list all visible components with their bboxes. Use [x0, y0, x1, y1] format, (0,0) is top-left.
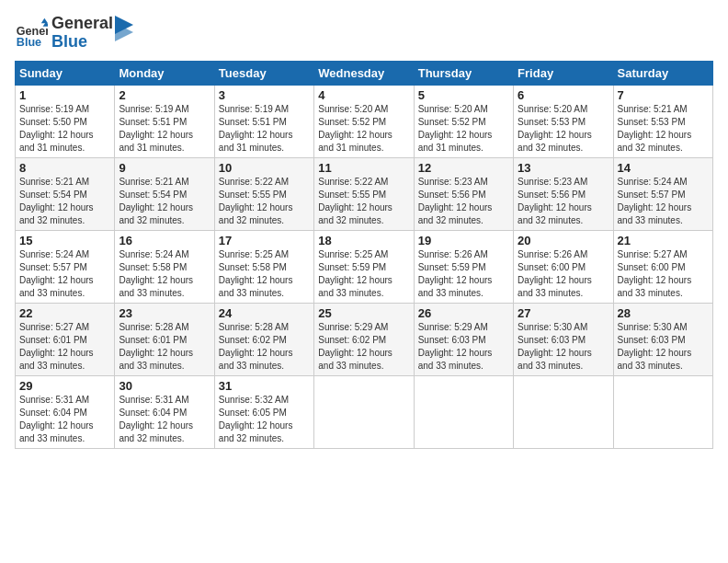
sunset-text: Sunset: 6:04 PM	[19, 408, 87, 418]
day-info: Sunrise: 5:30 AMSunset: 6:03 PMDaylight:…	[518, 321, 609, 373]
day-number: 24	[219, 306, 310, 320]
daylight-extra: and 33 minutes.	[19, 433, 85, 443]
daylight-text: Daylight: 12 hours	[518, 348, 592, 358]
day-info: Sunrise: 5:30 AMSunset: 6:03 PMDaylight:…	[618, 321, 709, 373]
day-number: 1	[19, 88, 110, 102]
daylight-extra: and 33 minutes.	[19, 361, 85, 371]
calendar-cell: 27Sunrise: 5:30 AMSunset: 6:03 PMDayligh…	[514, 303, 613, 375]
day-info: Sunrise: 5:19 AMSunset: 5:50 PMDaylight:…	[19, 103, 110, 155]
sunrise-text: Sunrise: 5:21 AM	[618, 104, 688, 114]
daylight-extra: and 33 minutes.	[219, 361, 284, 371]
sunrise-text: Sunrise: 5:24 AM	[618, 177, 688, 187]
calendar-cell: 5Sunrise: 5:20 AMSunset: 5:52 PMDaylight…	[414, 85, 513, 157]
sunset-text: Sunset: 5:54 PM	[119, 190, 187, 200]
daylight-text: Daylight: 12 hours	[119, 420, 193, 431]
day-info: Sunrise: 5:31 AMSunset: 6:04 PMDaylight:…	[119, 394, 210, 445]
day-number: 16	[119, 234, 210, 247]
day-info: Sunrise: 5:26 AMSunset: 6:00 PMDaylight:…	[518, 248, 609, 300]
day-header-saturday: Saturday	[613, 61, 712, 85]
daylight-text: Daylight: 12 hours	[318, 275, 392, 285]
day-number: 17	[219, 234, 310, 247]
sunset-text: Sunset: 5:52 PM	[318, 117, 386, 127]
daylight-text: Daylight: 12 hours	[618, 275, 692, 285]
day-info: Sunrise: 5:29 AMSunset: 6:03 PMDaylight:…	[418, 321, 509, 373]
calendar-cell: 16Sunrise: 5:24 AMSunset: 5:58 PMDayligh…	[115, 230, 214, 303]
sunset-text: Sunset: 5:55 PM	[219, 190, 287, 200]
daylight-extra: and 33 minutes.	[19, 288, 85, 298]
calendar-cell: 18Sunrise: 5:25 AMSunset: 5:59 PMDayligh…	[314, 230, 414, 303]
sunrise-text: Sunrise: 5:19 AM	[119, 104, 188, 114]
daylight-extra: and 32 minutes.	[318, 215, 383, 225]
day-number: 20	[518, 234, 609, 247]
sunset-text: Sunset: 6:04 PM	[119, 408, 187, 418]
day-number: 26	[418, 306, 509, 320]
calendar-body: 1Sunrise: 5:19 AMSunset: 5:50 PMDaylight…	[16, 85, 713, 448]
calendar-week-row: 22Sunrise: 5:27 AMSunset: 6:01 PMDayligh…	[16, 303, 713, 375]
day-info: Sunrise: 5:24 AMSunset: 5:57 PMDaylight:…	[19, 248, 110, 300]
day-number: 21	[618, 234, 709, 247]
daylight-extra: and 31 minutes.	[318, 143, 383, 153]
sunrise-text: Sunrise: 5:20 AM	[318, 104, 388, 114]
calendar-cell: 10Sunrise: 5:22 AMSunset: 5:55 PMDayligh…	[214, 157, 313, 230]
daylight-text: Daylight: 12 hours	[19, 275, 94, 285]
calendar-cell: 14Sunrise: 5:24 AMSunset: 5:57 PMDayligh…	[613, 157, 712, 230]
calendar-cell: 3Sunrise: 5:19 AMSunset: 5:51 PMDaylight…	[214, 85, 313, 157]
daylight-text: Daylight: 12 hours	[219, 348, 293, 358]
daylight-text: Daylight: 12 hours	[318, 202, 392, 213]
header: General Blue General Blue	[15, 15, 713, 52]
sunset-text: Sunset: 6:03 PM	[518, 335, 586, 345]
sunrise-text: Sunrise: 5:20 AM	[518, 104, 587, 114]
sunrise-text: Sunrise: 5:26 AM	[418, 249, 488, 259]
sunrise-text: Sunrise: 5:32 AM	[219, 395, 289, 405]
daylight-text: Daylight: 12 hours	[418, 348, 493, 358]
day-info: Sunrise: 5:24 AMSunset: 5:57 PMDaylight:…	[618, 176, 709, 227]
sunset-text: Sunset: 5:56 PM	[518, 190, 586, 200]
sunset-text: Sunset: 5:54 PM	[19, 190, 87, 200]
sunset-text: Sunset: 5:53 PM	[518, 117, 586, 127]
day-info: Sunrise: 5:21 AMSunset: 5:54 PMDaylight:…	[119, 176, 210, 227]
daylight-text: Daylight: 12 hours	[318, 130, 392, 140]
day-header-thursday: Thursday	[414, 61, 513, 85]
sunrise-text: Sunrise: 5:31 AM	[119, 395, 188, 405]
day-number: 6	[518, 88, 609, 102]
sunrise-text: Sunrise: 5:22 AM	[318, 177, 388, 187]
daylight-extra: and 33 minutes.	[119, 288, 184, 298]
daylight-text: Daylight: 12 hours	[618, 202, 692, 213]
day-number: 19	[418, 234, 509, 247]
daylight-text: Daylight: 12 hours	[418, 275, 493, 285]
day-number: 13	[518, 161, 609, 175]
calendar-cell: 7Sunrise: 5:21 AMSunset: 5:53 PMDaylight…	[613, 85, 712, 157]
day-header-wednesday: Wednesday	[314, 61, 414, 85]
sunrise-text: Sunrise: 5:25 AM	[219, 249, 289, 259]
sunset-text: Sunset: 5:51 PM	[219, 117, 287, 127]
sunrise-text: Sunrise: 5:23 AM	[418, 177, 488, 187]
daylight-text: Daylight: 12 hours	[418, 130, 493, 140]
main-container: General Blue General Blue SundayMondayTu…	[0, 0, 728, 456]
sunrise-text: Sunrise: 5:22 AM	[219, 177, 289, 187]
day-number: 25	[318, 306, 409, 320]
daylight-extra: and 31 minutes.	[19, 143, 85, 153]
day-info: Sunrise: 5:24 AMSunset: 5:58 PMDaylight:…	[119, 248, 210, 300]
calendar-cell	[314, 375, 414, 448]
calendar-cell: 31Sunrise: 5:32 AMSunset: 6:05 PMDayligh…	[214, 375, 313, 448]
calendar-cell: 29Sunrise: 5:31 AMSunset: 6:04 PMDayligh…	[16, 375, 115, 448]
daylight-extra: and 33 minutes.	[518, 361, 583, 371]
daylight-extra: and 32 minutes.	[119, 433, 184, 443]
daylight-extra: and 33 minutes.	[318, 288, 383, 298]
daylight-extra: and 32 minutes.	[518, 143, 583, 153]
day-number: 2	[119, 88, 210, 102]
daylight-text: Daylight: 12 hours	[119, 275, 193, 285]
calendar-cell: 26Sunrise: 5:29 AMSunset: 6:03 PMDayligh…	[414, 303, 513, 375]
daylight-extra: and 33 minutes.	[618, 361, 683, 371]
day-number: 10	[219, 161, 310, 175]
daylight-text: Daylight: 12 hours	[518, 202, 592, 213]
day-info: Sunrise: 5:22 AMSunset: 5:55 PMDaylight:…	[219, 176, 310, 227]
day-info: Sunrise: 5:29 AMSunset: 6:02 PMDaylight:…	[318, 321, 409, 373]
day-info: Sunrise: 5:25 AMSunset: 5:58 PMDaylight:…	[219, 248, 310, 300]
calendar-cell: 2Sunrise: 5:19 AMSunset: 5:51 PMDaylight…	[115, 85, 214, 157]
day-number: 30	[119, 379, 210, 393]
day-info: Sunrise: 5:28 AMSunset: 6:02 PMDaylight:…	[219, 321, 310, 373]
calendar-cell: 15Sunrise: 5:24 AMSunset: 5:57 PMDayligh…	[16, 230, 115, 303]
logo-arrow-icon	[115, 16, 133, 43]
sunrise-text: Sunrise: 5:27 AM	[19, 322, 89, 332]
